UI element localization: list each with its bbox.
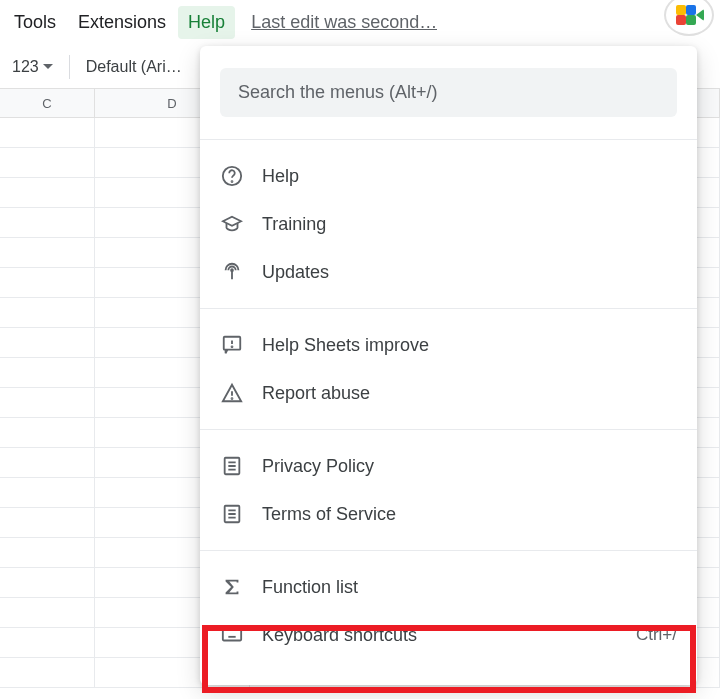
menu-separator xyxy=(200,429,697,430)
graduation-icon xyxy=(220,212,244,236)
menu-shortcuts[interactable]: Keyboard shortcuts Ctrl+/ xyxy=(200,611,697,659)
feedback-icon xyxy=(220,333,244,357)
menu-report[interactable]: Report abuse xyxy=(200,369,697,417)
menu-functions[interactable]: Function list xyxy=(200,563,697,611)
toolbar-separator xyxy=(69,55,70,79)
menu-help[interactable]: Help xyxy=(178,6,235,39)
menu-section: Help Sheets improve Report abuse xyxy=(200,315,697,423)
menu-label: Terms of Service xyxy=(262,504,396,525)
menu-training[interactable]: Training xyxy=(200,200,697,248)
document-icon xyxy=(220,502,244,526)
menu-extensions[interactable]: Extensions xyxy=(68,6,176,39)
menu-label: Help xyxy=(262,166,299,187)
menu-search-wrap: Search the menus (Alt+/) xyxy=(200,56,697,133)
svg-point-2 xyxy=(231,269,233,271)
help-icon xyxy=(220,164,244,188)
shortcut-label: Ctrl+/ xyxy=(636,625,677,645)
last-edit-link[interactable]: Last edit was second… xyxy=(251,12,437,33)
menu-help[interactable]: Help xyxy=(200,152,697,200)
svg-point-5 xyxy=(232,398,233,399)
number-format-dropdown[interactable]: 123 xyxy=(6,54,59,80)
help-dropdown: Search the menus (Alt+/) Help Training U… xyxy=(200,46,697,685)
menu-section: Function list Keyboard shortcuts Ctrl+/ xyxy=(200,557,697,665)
number-format-label: 123 xyxy=(12,58,39,76)
menu-label: Updates xyxy=(262,262,329,283)
col-header-c[interactable]: C xyxy=(0,89,95,117)
menu-terms[interactable]: Terms of Service xyxy=(200,490,697,538)
chevron-down-icon xyxy=(43,64,53,70)
meet-icon xyxy=(676,5,702,25)
keyboard-icon xyxy=(220,623,244,647)
font-dropdown[interactable]: Default (Ari… xyxy=(80,54,188,80)
menu-updates[interactable]: Updates xyxy=(200,248,697,296)
menu-label: Help Sheets improve xyxy=(262,335,429,356)
menu-label: Report abuse xyxy=(262,383,370,404)
svg-rect-8 xyxy=(223,630,241,641)
menubar: Tools Extensions Help Last edit was seco… xyxy=(0,0,720,44)
menu-section: Help Training Updates xyxy=(200,146,697,302)
menu-label: Function list xyxy=(262,577,358,598)
menu-label: Privacy Policy xyxy=(262,456,374,477)
menu-separator xyxy=(200,139,697,140)
meet-button[interactable] xyxy=(664,0,714,36)
menu-separator xyxy=(200,308,697,309)
menu-search-input[interactable]: Search the menus (Alt+/) xyxy=(220,68,677,117)
sigma-icon xyxy=(220,575,244,599)
menu-improve[interactable]: Help Sheets improve xyxy=(200,321,697,369)
svg-point-4 xyxy=(232,346,233,347)
menu-tools[interactable]: Tools xyxy=(4,6,66,39)
antenna-icon xyxy=(220,260,244,284)
warning-icon xyxy=(220,381,244,405)
menu-privacy[interactable]: Privacy Policy xyxy=(200,442,697,490)
svg-point-1 xyxy=(232,181,233,182)
menu-section: Privacy Policy Terms of Service xyxy=(200,436,697,544)
menu-label: Keyboard shortcuts xyxy=(262,625,417,646)
menu-label: Training xyxy=(262,214,326,235)
menu-separator xyxy=(200,550,697,551)
document-icon xyxy=(220,454,244,478)
